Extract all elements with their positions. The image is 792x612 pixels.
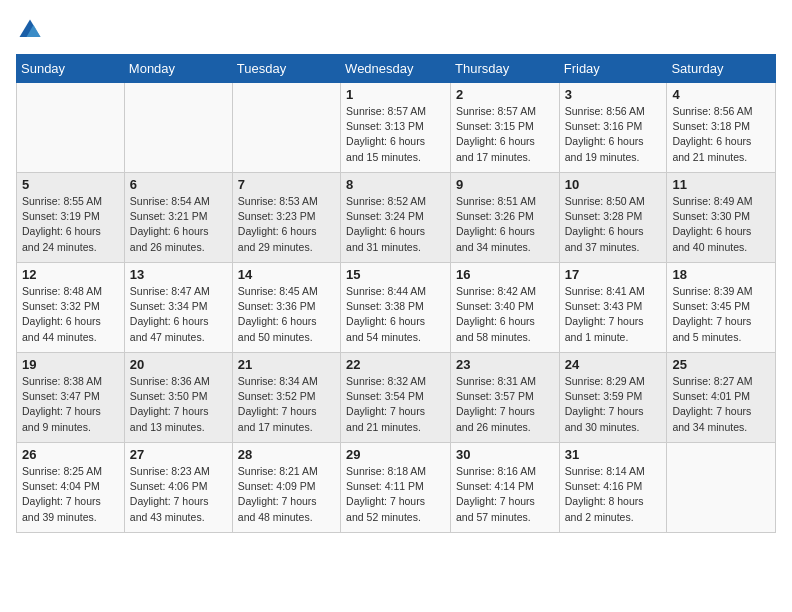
day-info: Sunrise: 8:42 AM Sunset: 3:40 PM Dayligh… [456,284,554,345]
calendar-cell: 19Sunrise: 8:38 AM Sunset: 3:47 PM Dayli… [17,353,125,443]
calendar-cell: 23Sunrise: 8:31 AM Sunset: 3:57 PM Dayli… [451,353,560,443]
day-info: Sunrise: 8:27 AM Sunset: 4:01 PM Dayligh… [672,374,770,435]
page-header [16,16,776,44]
day-of-week-header: Wednesday [341,55,451,83]
calendar-week-row: 12Sunrise: 8:48 AM Sunset: 3:32 PM Dayli… [17,263,776,353]
day-info: Sunrise: 8:50 AM Sunset: 3:28 PM Dayligh… [565,194,662,255]
day-of-week-header: Saturday [667,55,776,83]
calendar-cell: 16Sunrise: 8:42 AM Sunset: 3:40 PM Dayli… [451,263,560,353]
day-info: Sunrise: 8:57 AM Sunset: 3:13 PM Dayligh… [346,104,445,165]
calendar-cell [17,83,125,173]
day-info: Sunrise: 8:51 AM Sunset: 3:26 PM Dayligh… [456,194,554,255]
day-number: 6 [130,177,227,192]
day-number: 25 [672,357,770,372]
day-number: 4 [672,87,770,102]
day-info: Sunrise: 8:38 AM Sunset: 3:47 PM Dayligh… [22,374,119,435]
calendar-cell: 3Sunrise: 8:56 AM Sunset: 3:16 PM Daylig… [559,83,667,173]
calendar-cell: 26Sunrise: 8:25 AM Sunset: 4:04 PM Dayli… [17,443,125,533]
calendar-cell: 29Sunrise: 8:18 AM Sunset: 4:11 PM Dayli… [341,443,451,533]
day-number: 21 [238,357,335,372]
day-number: 12 [22,267,119,282]
day-number: 28 [238,447,335,462]
day-number: 23 [456,357,554,372]
calendar-cell: 27Sunrise: 8:23 AM Sunset: 4:06 PM Dayli… [124,443,232,533]
day-info: Sunrise: 8:39 AM Sunset: 3:45 PM Dayligh… [672,284,770,345]
day-number: 9 [456,177,554,192]
calendar-cell: 8Sunrise: 8:52 AM Sunset: 3:24 PM Daylig… [341,173,451,263]
calendar-cell: 1Sunrise: 8:57 AM Sunset: 3:13 PM Daylig… [341,83,451,173]
calendar-cell: 13Sunrise: 8:47 AM Sunset: 3:34 PM Dayli… [124,263,232,353]
calendar-cell: 22Sunrise: 8:32 AM Sunset: 3:54 PM Dayli… [341,353,451,443]
day-info: Sunrise: 8:49 AM Sunset: 3:30 PM Dayligh… [672,194,770,255]
day-number: 11 [672,177,770,192]
calendar-cell: 21Sunrise: 8:34 AM Sunset: 3:52 PM Dayli… [232,353,340,443]
day-number: 7 [238,177,335,192]
day-number: 27 [130,447,227,462]
day-info: Sunrise: 8:32 AM Sunset: 3:54 PM Dayligh… [346,374,445,435]
day-info: Sunrise: 8:18 AM Sunset: 4:11 PM Dayligh… [346,464,445,525]
day-info: Sunrise: 8:31 AM Sunset: 3:57 PM Dayligh… [456,374,554,435]
calendar-cell: 31Sunrise: 8:14 AM Sunset: 4:16 PM Dayli… [559,443,667,533]
calendar-cell [124,83,232,173]
day-info: Sunrise: 8:21 AM Sunset: 4:09 PM Dayligh… [238,464,335,525]
day-info: Sunrise: 8:47 AM Sunset: 3:34 PM Dayligh… [130,284,227,345]
day-number: 3 [565,87,662,102]
calendar-header-row: SundayMondayTuesdayWednesdayThursdayFrid… [17,55,776,83]
day-info: Sunrise: 8:34 AM Sunset: 3:52 PM Dayligh… [238,374,335,435]
day-number: 8 [346,177,445,192]
day-info: Sunrise: 8:56 AM Sunset: 3:16 PM Dayligh… [565,104,662,165]
calendar-cell: 9Sunrise: 8:51 AM Sunset: 3:26 PM Daylig… [451,173,560,263]
day-number: 29 [346,447,445,462]
day-info: Sunrise: 8:52 AM Sunset: 3:24 PM Dayligh… [346,194,445,255]
day-info: Sunrise: 8:44 AM Sunset: 3:38 PM Dayligh… [346,284,445,345]
calendar-cell [667,443,776,533]
day-info: Sunrise: 8:55 AM Sunset: 3:19 PM Dayligh… [22,194,119,255]
day-number: 5 [22,177,119,192]
day-of-week-header: Tuesday [232,55,340,83]
calendar-cell: 25Sunrise: 8:27 AM Sunset: 4:01 PM Dayli… [667,353,776,443]
day-number: 15 [346,267,445,282]
day-of-week-header: Friday [559,55,667,83]
logo-icon [16,16,44,44]
day-info: Sunrise: 8:54 AM Sunset: 3:21 PM Dayligh… [130,194,227,255]
day-number: 1 [346,87,445,102]
day-number: 18 [672,267,770,282]
calendar-cell: 17Sunrise: 8:41 AM Sunset: 3:43 PM Dayli… [559,263,667,353]
day-info: Sunrise: 8:16 AM Sunset: 4:14 PM Dayligh… [456,464,554,525]
day-info: Sunrise: 8:25 AM Sunset: 4:04 PM Dayligh… [22,464,119,525]
day-number: 13 [130,267,227,282]
day-number: 31 [565,447,662,462]
calendar-week-row: 26Sunrise: 8:25 AM Sunset: 4:04 PM Dayli… [17,443,776,533]
day-info: Sunrise: 8:57 AM Sunset: 3:15 PM Dayligh… [456,104,554,165]
calendar-cell: 2Sunrise: 8:57 AM Sunset: 3:15 PM Daylig… [451,83,560,173]
day-of-week-header: Sunday [17,55,125,83]
calendar-cell: 28Sunrise: 8:21 AM Sunset: 4:09 PM Dayli… [232,443,340,533]
calendar-cell: 5Sunrise: 8:55 AM Sunset: 3:19 PM Daylig… [17,173,125,263]
day-number: 19 [22,357,119,372]
day-number: 30 [456,447,554,462]
calendar-cell: 15Sunrise: 8:44 AM Sunset: 3:38 PM Dayli… [341,263,451,353]
day-number: 2 [456,87,554,102]
calendar-cell: 10Sunrise: 8:50 AM Sunset: 3:28 PM Dayli… [559,173,667,263]
calendar-cell [232,83,340,173]
day-info: Sunrise: 8:53 AM Sunset: 3:23 PM Dayligh… [238,194,335,255]
day-number: 24 [565,357,662,372]
calendar-cell: 30Sunrise: 8:16 AM Sunset: 4:14 PM Dayli… [451,443,560,533]
day-number: 16 [456,267,554,282]
day-of-week-header: Thursday [451,55,560,83]
calendar-cell: 7Sunrise: 8:53 AM Sunset: 3:23 PM Daylig… [232,173,340,263]
calendar-cell: 18Sunrise: 8:39 AM Sunset: 3:45 PM Dayli… [667,263,776,353]
day-number: 20 [130,357,227,372]
calendar-table: SundayMondayTuesdayWednesdayThursdayFrid… [16,54,776,533]
calendar-week-row: 19Sunrise: 8:38 AM Sunset: 3:47 PM Dayli… [17,353,776,443]
calendar-cell: 12Sunrise: 8:48 AM Sunset: 3:32 PM Dayli… [17,263,125,353]
day-info: Sunrise: 8:41 AM Sunset: 3:43 PM Dayligh… [565,284,662,345]
logo [16,16,48,44]
calendar-week-row: 1Sunrise: 8:57 AM Sunset: 3:13 PM Daylig… [17,83,776,173]
day-info: Sunrise: 8:14 AM Sunset: 4:16 PM Dayligh… [565,464,662,525]
calendar-cell: 14Sunrise: 8:45 AM Sunset: 3:36 PM Dayli… [232,263,340,353]
day-info: Sunrise: 8:56 AM Sunset: 3:18 PM Dayligh… [672,104,770,165]
day-info: Sunrise: 8:45 AM Sunset: 3:36 PM Dayligh… [238,284,335,345]
calendar-cell: 6Sunrise: 8:54 AM Sunset: 3:21 PM Daylig… [124,173,232,263]
calendar-cell: 11Sunrise: 8:49 AM Sunset: 3:30 PM Dayli… [667,173,776,263]
